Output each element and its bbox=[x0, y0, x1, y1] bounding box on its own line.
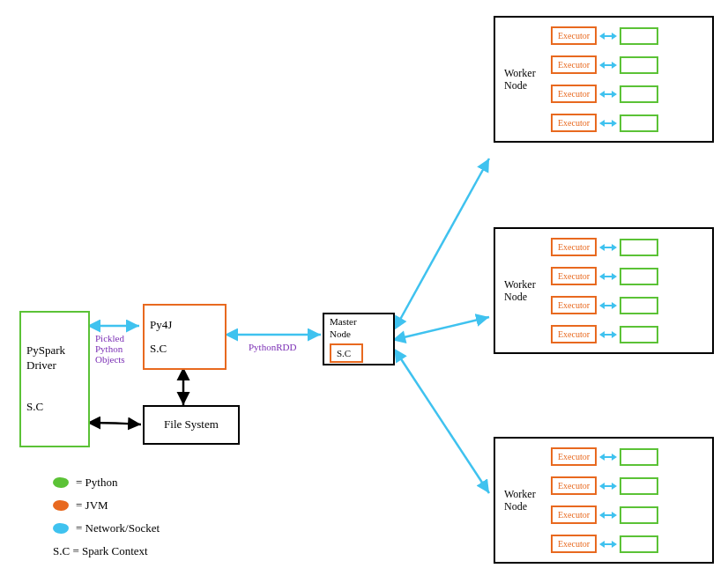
executor-box: Executor bbox=[551, 114, 597, 132]
pyspark-driver-box: PySpark Driver S.C bbox=[19, 311, 90, 447]
bidir-arrow-icon bbox=[601, 453, 615, 461]
svg-line-5 bbox=[397, 352, 489, 493]
python-process-box bbox=[620, 477, 658, 495]
worker-node-3: Worker Node Executor Executor Executor E… bbox=[494, 437, 714, 564]
python-process-box bbox=[620, 326, 658, 343]
executor-row: Executor bbox=[551, 325, 658, 343]
bidir-arrow-icon bbox=[601, 301, 615, 310]
python-process-box bbox=[620, 268, 658, 285]
bidir-arrow-icon bbox=[601, 330, 615, 339]
executor-box: Executor bbox=[551, 26, 597, 45]
executor-box: Executor bbox=[551, 296, 597, 314]
executor-box: Executor bbox=[551, 325, 597, 343]
py4j-sc: S.C bbox=[150, 342, 219, 357]
executor-row: Executor bbox=[551, 506, 658, 524]
python-process-box bbox=[620, 27, 658, 45]
executor-box: Executor bbox=[551, 506, 597, 524]
worker-label: Worker Node bbox=[504, 488, 544, 513]
executor-box: Executor bbox=[551, 447, 597, 466]
svg-line-4 bbox=[397, 317, 489, 339]
legend-sc: S.C = Spark Context bbox=[53, 544, 160, 558]
legend-jvm: = JVM bbox=[53, 498, 160, 513]
py4j-box: Py4J S.C bbox=[143, 304, 227, 370]
worker-label: Worker Node bbox=[504, 278, 544, 304]
bidir-arrow-icon bbox=[601, 482, 615, 491]
executor-row: Executor bbox=[551, 85, 658, 103]
bidir-arrow-icon bbox=[601, 540, 615, 549]
bidir-arrow-icon bbox=[601, 272, 615, 281]
blob-icon-blue bbox=[53, 523, 69, 534]
blob-icon-green bbox=[53, 477, 69, 488]
executor-row: Executor bbox=[551, 296, 658, 314]
bidir-arrow-icon bbox=[601, 61, 615, 70]
executor-row: Executor bbox=[551, 114, 658, 132]
master-title: Master Node bbox=[330, 315, 388, 341]
worker-node-1: Worker Node Executor Executor Executor E… bbox=[494, 16, 714, 143]
svg-line-3 bbox=[397, 159, 489, 326]
filesystem-label: File System bbox=[164, 417, 219, 432]
driver-title: PySpark Driver bbox=[26, 343, 83, 373]
python-process-box bbox=[620, 448, 658, 466]
bidir-arrow-icon bbox=[601, 32, 615, 41]
executor-box: Executor bbox=[551, 85, 597, 103]
executor-row: Executor bbox=[551, 238, 658, 256]
python-process-box bbox=[620, 506, 658, 524]
legend-python: = Python bbox=[53, 476, 160, 490]
executor-row: Executor bbox=[551, 447, 658, 466]
executor-row: Executor bbox=[551, 26, 658, 45]
bidir-arrow-icon bbox=[601, 243, 615, 252]
python-process-box bbox=[620, 239, 658, 256]
bidir-arrow-icon bbox=[601, 119, 615, 128]
python-process-box bbox=[620, 535, 658, 553]
master-sc: S.C bbox=[330, 343, 363, 363]
python-process-box bbox=[620, 56, 658, 74]
executor-box: Executor bbox=[551, 267, 597, 285]
executor-row: Executor bbox=[551, 267, 658, 285]
executor-row: Executor bbox=[551, 476, 658, 495]
driver-sc: S.C bbox=[26, 400, 83, 415]
executor-box: Executor bbox=[551, 476, 597, 495]
legend: = Python = JVM = Network/Socket S.C = Sp… bbox=[53, 476, 160, 567]
executor-box: Executor bbox=[551, 55, 597, 74]
master-node-box: Master Node S.C bbox=[323, 313, 395, 365]
pythonrdd-label: PythonRDD bbox=[249, 342, 296, 352]
bidir-arrow-icon bbox=[601, 90, 615, 99]
blob-icon-orange bbox=[53, 500, 69, 511]
python-process-box bbox=[620, 85, 658, 103]
python-process-box bbox=[620, 297, 658, 314]
executor-row: Executor bbox=[551, 535, 658, 553]
python-process-box bbox=[620, 114, 658, 132]
worker-label: Worker Node bbox=[504, 67, 544, 92]
legend-network: = Network/Socket bbox=[53, 521, 160, 535]
pickled-label: Pickled Python Objects bbox=[95, 333, 125, 365]
executor-box: Executor bbox=[551, 238, 597, 256]
executor-box: Executor bbox=[551, 535, 597, 553]
py4j-title: Py4J bbox=[150, 318, 219, 333]
bidir-arrow-icon bbox=[601, 511, 615, 520]
executor-row: Executor bbox=[551, 55, 658, 74]
filesystem-box: File System bbox=[143, 405, 240, 445]
worker-node-2: Worker Node Executor Executor Executor E… bbox=[494, 227, 714, 354]
